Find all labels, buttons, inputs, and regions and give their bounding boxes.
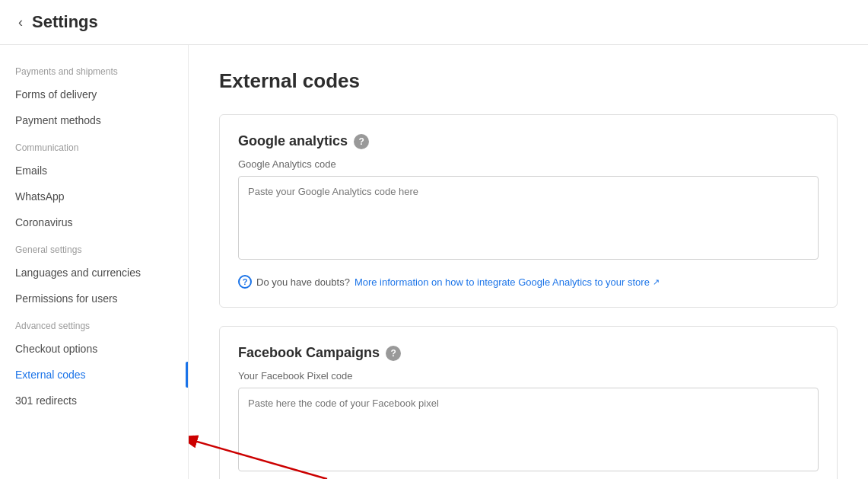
sidebar-item-coronavirus[interactable]: Coronavirus (0, 209, 188, 235)
sidebar-item-languages-currencies[interactable]: Languages and currencies (0, 260, 188, 286)
sidebar-item-permissions-users[interactable]: Permissions for users (0, 286, 188, 311)
content-title: External codes (219, 69, 838, 93)
doubt-icon: ? (238, 275, 252, 289)
sidebar-item-external-codes[interactable]: External codes (0, 362, 188, 388)
sidebar-section-advanced: Advanced settings (0, 311, 188, 336)
facebook-campaigns-help-icon[interactable]: ? (386, 346, 401, 361)
doubt-text: Do you have doubts? (256, 276, 350, 288)
doubt-row: ? Do you have doubts? More information o… (238, 275, 819, 289)
card-title-row: Google analytics ? (238, 133, 819, 149)
sidebar-item-label: Permissions for users (15, 292, 118, 305)
more-info-text: More information on how to integrate Goo… (355, 276, 650, 288)
google-analytics-code-input[interactable] (238, 176, 819, 260)
sidebar-item-checkout-options[interactable]: Checkout options (0, 336, 188, 362)
sidebar-item-label: WhatsApp (15, 190, 65, 203)
sidebar-item-label: Coronavirus (15, 216, 72, 228)
facebook-campaigns-title: Facebook Campaigns (238, 345, 380, 361)
sidebar-section-payments: Payments and shipments (0, 57, 188, 81)
google-analytics-more-info-link[interactable]: More information on how to integrate Goo… (355, 276, 660, 288)
google-analytics-help-icon[interactable]: ? (354, 134, 369, 149)
back-button[interactable]: ‹ (18, 14, 23, 30)
sidebar-item-emails[interactable]: Emails (0, 158, 188, 184)
google-analytics-title: Google analytics (238, 133, 348, 149)
sidebar-item-label: Payment methods (15, 114, 101, 126)
external-link-icon: ↗ (653, 277, 660, 287)
sidebar-item-whatsapp[interactable]: WhatsApp (0, 184, 188, 209)
sidebar-section-general: General settings (0, 235, 188, 260)
sidebar-item-301-redirects[interactable]: 301 redirects (0, 388, 188, 414)
content-area: External codes Google analytics ? Google… (189, 45, 868, 479)
sidebar-item-payment-methods[interactable]: Payment methods (0, 107, 188, 133)
sidebar-item-forms-of-delivery[interactable]: Forms of delivery (0, 81, 188, 107)
top-header: ‹ Settings (0, 0, 868, 45)
google-analytics-card: Google analytics ? Google Analytics code… (219, 114, 838, 308)
facebook-field-label: Your Facebook Pixel code (238, 370, 819, 382)
main-layout: Payments and shipments Forms of delivery… (0, 45, 868, 479)
sidebar-item-label: External codes (15, 369, 86, 381)
google-analytics-field-label: Google Analytics code (238, 158, 819, 170)
sidebar-item-label: Checkout options (15, 343, 97, 355)
facebook-card-title-row: Facebook Campaigns ? (238, 345, 819, 361)
sidebar: Payments and shipments Forms of delivery… (0, 45, 189, 479)
sidebar-section-communication: Communication (0, 133, 188, 158)
facebook-campaigns-card: Facebook Campaigns ? Your Facebook Pixel… (219, 326, 838, 479)
page-title: Settings (32, 12, 98, 32)
sidebar-item-label: Emails (15, 164, 47, 177)
sidebar-item-label: 301 redirects (15, 394, 77, 407)
facebook-pixel-code-input[interactable] (238, 388, 819, 471)
sidebar-item-label: Languages and currencies (15, 267, 141, 279)
sidebar-item-label: Forms of delivery (15, 88, 97, 101)
